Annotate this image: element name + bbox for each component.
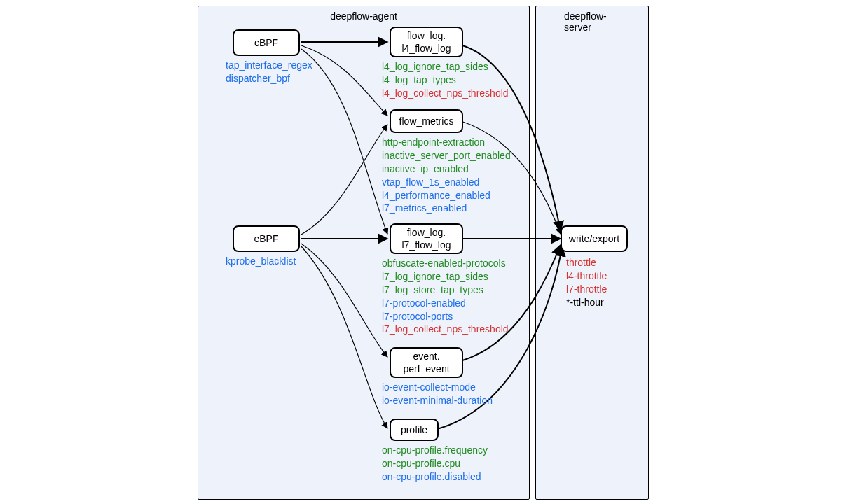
config-label: l7_metrics_enabled bbox=[382, 202, 511, 215]
labels-cbpf: tap_interface_regexdispatcher_bpf bbox=[226, 59, 312, 85]
labels-metrics: http-endpoint-extractioninactive_server_… bbox=[382, 136, 511, 215]
config-label: obfuscate-enabled-protocols bbox=[382, 257, 509, 270]
config-label: inactive_server_port_enabled bbox=[382, 149, 511, 162]
labels-event: io-event-collect-modeio-event-minimal-du… bbox=[382, 381, 493, 407]
node-write-export: write/export bbox=[561, 225, 628, 252]
config-label: l4-throttle bbox=[566, 270, 607, 283]
config-label: on-cpu-profile.frequency bbox=[382, 444, 488, 457]
node-perf-event: event. perf_event bbox=[390, 347, 463, 378]
config-label: http-endpoint-extraction bbox=[382, 136, 511, 149]
config-label: l4_log_ignore_tap_sides bbox=[382, 60, 509, 74]
config-label: l7-protocol-enabled bbox=[382, 297, 509, 310]
diagram-canvas: deepflow-agent deepflow-server bbox=[0, 0, 845, 504]
config-label: l4_log_tap_types bbox=[382, 74, 509, 87]
config-label: l7_log_ignore_tap_sides bbox=[382, 270, 509, 284]
labels-l7: obfuscate-enabled-protocolsl7_log_ignore… bbox=[382, 257, 509, 336]
config-label: io-event-collect-mode bbox=[382, 381, 493, 394]
config-label: on-cpu-profile.disabled bbox=[382, 470, 488, 484]
config-label: l4_performance_enabled bbox=[382, 189, 511, 202]
config-label: dispatcher_bpf bbox=[226, 72, 312, 85]
labels-ebpf: kprobe_blacklist bbox=[226, 255, 296, 268]
labels-profile: on-cpu-profile.frequencyon-cpu-profile.c… bbox=[382, 444, 488, 484]
node-cbpf: cBPF bbox=[233, 29, 300, 56]
config-label: tap_interface_regex bbox=[226, 59, 312, 72]
config-label: kprobe_blacklist bbox=[226, 255, 296, 268]
node-ebpf: eBPF bbox=[233, 225, 300, 252]
config-label: l7_log_collect_nps_threshold bbox=[382, 323, 509, 336]
config-label: *-ttl-hour bbox=[566, 296, 607, 309]
config-label: on-cpu-profile.cpu bbox=[382, 457, 488, 470]
labels-write: throttlel4-throttlel7-throttle*-ttl-hour bbox=[566, 256, 607, 309]
config-label: io-event-minimal-duration bbox=[382, 394, 493, 407]
labels-l4: l4_log_ignore_tap_sidesl4_log_tap_typesl… bbox=[382, 60, 509, 100]
panel-title-agent: deepflow-agent bbox=[330, 10, 397, 22]
config-label: l7-protocol-ports bbox=[382, 310, 509, 323]
config-label: l7_log_store_tap_types bbox=[382, 284, 509, 297]
node-l4-flow-log: flow_log. l4_flow_log bbox=[390, 27, 463, 57]
config-label: inactive_ip_enabled bbox=[382, 162, 511, 176]
node-flow-metrics: flow_metrics bbox=[390, 109, 463, 133]
panel-title-server: deepflow-server bbox=[564, 10, 620, 33]
config-label: l7-throttle bbox=[566, 283, 607, 296]
config-label: vtap_flow_1s_enabled bbox=[382, 176, 511, 189]
node-l7-flow-log: flow_log. l7_flow_log bbox=[390, 223, 463, 254]
config-label: throttle bbox=[566, 256, 607, 270]
panel-deepflow-server: deepflow-server bbox=[535, 6, 649, 500]
node-profile: profile bbox=[390, 419, 439, 441]
config-label: l4_log_collect_nps_threshold bbox=[382, 87, 509, 100]
